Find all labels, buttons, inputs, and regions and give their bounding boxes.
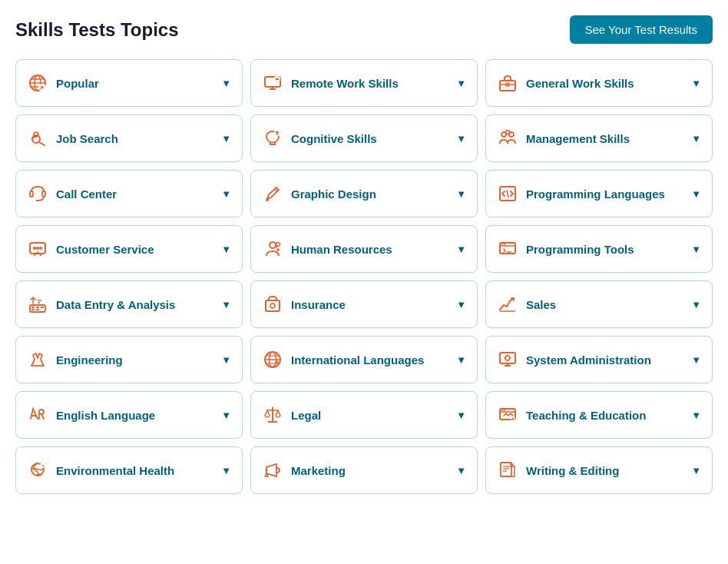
category-label-english-language: English Language — [56, 409, 155, 422]
svg-line-15 — [39, 142, 45, 145]
category-label-international-languages: International Languages — [291, 353, 424, 367]
marketing-icon — [262, 459, 283, 481]
international-languages-icon — [262, 349, 283, 370]
svg-line-24 — [274, 189, 277, 191]
svg-point-39 — [501, 244, 503, 245]
category-label-teaching-education: Teaching & Education — [526, 409, 646, 422]
category-label-legal: Legal — [291, 409, 321, 422]
chevron-down-icon: ▼ — [456, 354, 466, 366]
category-card-sales[interactable]: Sales▼ — [485, 280, 713, 328]
category-label-writing-editing: Writing & Editing — [526, 464, 619, 477]
category-card-english-language[interactable]: English Language▼ — [15, 391, 243, 439]
category-card-job-search[interactable]: Job Search▼ — [15, 114, 243, 162]
customer-service-icon — [27, 238, 48, 260]
category-label-general-work-skills: General Work Skills — [526, 77, 634, 90]
category-card-management-skills[interactable]: Management Skills▼ — [485, 114, 713, 162]
english-language-icon — [27, 404, 48, 426]
svg-point-31 — [36, 247, 39, 250]
svg-rect-60 — [500, 353, 515, 363]
chevron-down-icon: ▼ — [691, 410, 701, 421]
category-card-engineering[interactable]: Engineering▼ — [15, 336, 243, 383]
svg-rect-45 — [41, 307, 44, 308]
svg-point-74 — [266, 469, 268, 472]
chevron-down-icon: ▼ — [456, 188, 466, 200]
sales-icon — [497, 294, 518, 315]
svg-point-40 — [504, 244, 505, 245]
chevron-down-icon: ▼ — [221, 354, 231, 366]
chevron-down-icon: ▼ — [456, 133, 466, 144]
category-label-sales: Sales — [526, 298, 556, 311]
category-label-programming-tools: Programming Tools — [526, 243, 634, 256]
chevron-down-icon: ▼ — [691, 465, 701, 476]
call-center-icon — [27, 183, 48, 204]
svg-rect-50 — [266, 300, 280, 311]
category-card-system-administration[interactable]: System Administration▼ — [485, 336, 713, 383]
chevron-down-icon: ▼ — [221, 299, 231, 310]
svg-point-20 — [506, 131, 510, 134]
page-title: Skills Tests Topics — [15, 19, 179, 41]
category-card-customer-service[interactable]: Customer Service▼ — [15, 225, 243, 273]
category-label-remote-work-skills: Remote Work Skills — [291, 77, 399, 90]
system-administration-icon — [497, 349, 518, 370]
svg-rect-75 — [501, 463, 511, 476]
category-card-data-entry-analysis[interactable]: Data Entry & Analysis▼ — [15, 280, 243, 328]
category-label-data-entry-analysis: Data Entry & Analysis — [56, 298, 175, 311]
chevron-down-icon: ▼ — [691, 354, 701, 366]
category-card-legal[interactable]: Legal▼ — [250, 391, 478, 439]
category-card-call-center[interactable]: Call Center▼ — [15, 170, 243, 217]
page-header: Skills Tests Topics See Your Test Result… — [15, 15, 713, 44]
teaching-education-icon — [497, 404, 518, 426]
svg-rect-22 — [42, 191, 45, 197]
category-card-programming-languages[interactable]: Programming Languages▼ — [485, 170, 713, 217]
svg-rect-47 — [36, 309, 39, 310]
category-card-teaching-education[interactable]: Teaching & Education▼ — [485, 391, 713, 439]
svg-point-63 — [505, 356, 510, 360]
see-results-button[interactable]: See Your Test Results — [570, 15, 713, 44]
category-card-programming-tools[interactable]: Programming Tools▼ — [485, 225, 713, 273]
category-card-writing-editing[interactable]: Writing & Editing▼ — [485, 446, 713, 494]
chevron-down-icon: ▼ — [221, 188, 231, 200]
chevron-down-icon: ▼ — [221, 244, 231, 255]
svg-rect-46 — [31, 309, 35, 310]
categories-grid: Popular▼ Remote Work Skills▼ General Wor… — [15, 59, 713, 494]
category-label-graphic-design: Graphic Design — [291, 187, 376, 201]
svg-rect-44 — [36, 307, 39, 308]
environmental-health-icon — [27, 459, 48, 481]
category-label-insurance: Insurance — [291, 298, 346, 311]
svg-rect-21 — [30, 191, 33, 197]
category-label-system-administration: System Administration — [526, 353, 651, 367]
svg-point-33 — [270, 242, 276, 248]
chevron-down-icon: ▼ — [691, 133, 701, 144]
category-card-insurance[interactable]: Insurance▼ — [250, 280, 478, 328]
cognitive-skills-icon — [262, 128, 283, 149]
data-entry-analysis-icon — [27, 294, 48, 315]
general-work-skills-icon — [497, 72, 518, 94]
chevron-down-icon: ▼ — [456, 244, 466, 255]
programming-tools-icon — [497, 238, 518, 260]
job-search-icon — [27, 128, 48, 149]
svg-point-70 — [504, 410, 505, 411]
category-card-human-resources[interactable]: Human Resources▼ — [250, 225, 478, 273]
category-card-remote-work-skills[interactable]: Remote Work Skills▼ — [250, 59, 478, 107]
chevron-down-icon: ▼ — [691, 78, 701, 89]
category-label-management-skills: Management Skills — [526, 132, 630, 145]
category-card-general-work-skills[interactable]: General Work Skills▼ — [485, 59, 713, 107]
category-card-popular[interactable]: Popular▼ — [15, 59, 243, 107]
legal-icon — [262, 404, 283, 426]
chevron-down-icon: ▼ — [691, 299, 701, 310]
category-card-cognitive-skills[interactable]: Cognitive Skills▼ — [250, 114, 478, 162]
category-card-graphic-design[interactable]: Graphic Design▼ — [250, 170, 478, 217]
category-card-environmental-health[interactable]: Environmental Health▼ — [15, 446, 243, 494]
category-card-marketing[interactable]: Marketing▼ — [250, 446, 478, 494]
programming-languages-icon — [497, 183, 518, 204]
category-label-customer-service: Customer Service — [56, 243, 154, 256]
category-card-international-languages[interactable]: International Languages▼ — [250, 336, 478, 383]
svg-point-32 — [39, 247, 42, 250]
chevron-down-icon: ▼ — [691, 244, 701, 255]
management-skills-icon — [497, 128, 518, 149]
svg-point-25 — [266, 198, 269, 201]
category-label-programming-languages: Programming Languages — [526, 187, 665, 201]
svg-point-30 — [33, 247, 36, 250]
category-label-human-resources: Human Resources — [291, 243, 392, 256]
category-label-popular: Popular — [56, 77, 99, 90]
